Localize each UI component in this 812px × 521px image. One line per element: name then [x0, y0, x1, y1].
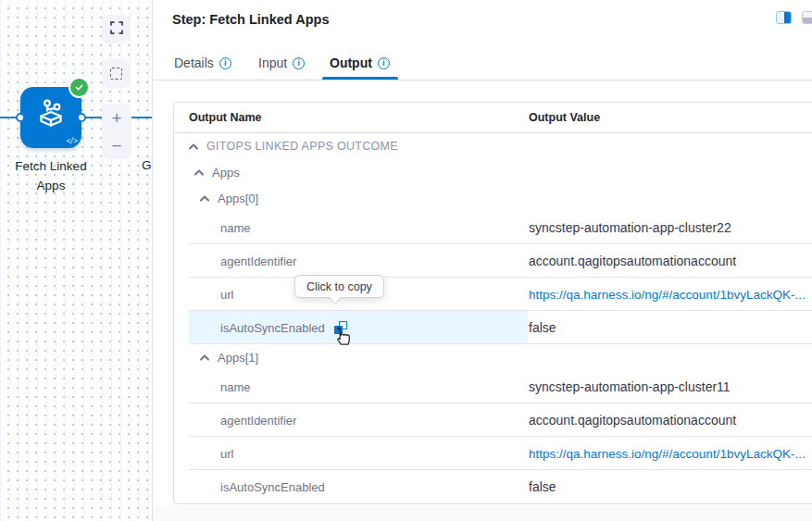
tree-group-apps[interactable]: Apps: [174, 159, 812, 185]
tab-details[interactable]: Details i: [174, 56, 231, 70]
pipeline-canvas[interactable]: </> Fetch Linked Apps G + −: [0, 0, 152, 521]
table-row[interactable]: agentIdentifier account.qagitopsautomati…: [174, 244, 812, 278]
group-label: Apps[1]: [218, 351, 258, 365]
table-row[interactable]: url https://qa.harness.io/ng/#/account/1…: [174, 278, 812, 311]
info-icon[interactable]: i: [293, 57, 305, 69]
zoom-in-button[interactable]: +: [102, 104, 131, 131]
tree-group-gitops-outcome[interactable]: GITOPS LINKED APPS OUTCOME: [174, 133, 812, 159]
tab-output[interactable]: Output i: [330, 56, 390, 70]
tree-group-apps-1[interactable]: Apps[1]: [174, 344, 812, 370]
marquee-select-icon: [110, 68, 122, 80]
page-title: Step: Fetch Linked Apps: [172, 12, 329, 27]
panel-footer-area: [153, 505, 812, 521]
info-icon[interactable]: i: [378, 57, 390, 69]
output-name: url: [220, 288, 233, 302]
zoom-controls: + −: [102, 104, 131, 159]
gitops-step-icon: [32, 97, 69, 138]
output-value: syncstep-automation-app-cluster11: [529, 379, 731, 394]
node-port-left: [16, 113, 25, 122]
pointer-hand-cursor-icon: [331, 325, 351, 352]
table-row[interactable]: name syncstep-automation-app-cluster11: [174, 370, 812, 403]
output-value: syncstep-automation-app-cluster22: [529, 220, 731, 235]
info-icon[interactable]: i: [219, 57, 231, 69]
panel-divider: [152, 0, 153, 521]
code-glyph-icon: </>: [67, 137, 77, 145]
success-check-icon: [70, 79, 88, 96]
table-row[interactable]: url https://qa.harness.io/ng/#/account/1…: [174, 437, 812, 470]
app-window: </> Fetch Linked Apps G + −: [0, 0, 812, 521]
column-header-output-name: Output Name: [189, 111, 261, 124]
group-label: Apps: [212, 166, 240, 180]
table-row-hovered[interactable]: isAutoSyncEnabled false: [174, 311, 812, 344]
output-name: name: [220, 380, 251, 394]
output-name: agentIdentifier: [220, 414, 296, 428]
panel-collapse-icon[interactable]: [802, 11, 812, 24]
panel-layout-toggle-icon[interactable]: [776, 11, 792, 24]
output-value: account.qagitopsautomationaccount: [529, 254, 736, 268]
output-name: isAutoSyncEnabled: [220, 480, 325, 494]
chevron-up-icon[interactable]: [189, 143, 198, 150]
next-node-label-partial: G: [142, 158, 152, 172]
tree-group-apps-0[interactable]: Apps[0]: [174, 185, 812, 211]
marquee-select-button[interactable]: [102, 59, 131, 88]
chevron-up-icon[interactable]: [200, 354, 209, 361]
output-value: false: [529, 320, 556, 335]
output-table-card: Output Name Output Value GITOPS LINKED A…: [173, 102, 812, 504]
node-port-right: [77, 113, 86, 122]
table-header-row: Output Name Output Value: [174, 103, 812, 133]
tabbar-divider: [153, 80, 812, 81]
table-row[interactable]: agentIdentifier account.qagitopsautomati…: [174, 403, 812, 437]
output-value: false: [529, 479, 556, 494]
group-label: Apps[0]: [218, 192, 258, 205]
group-label: GITOPS LINKED APPS OUTCOME: [206, 140, 398, 153]
copy-tooltip: Click to copy: [294, 275, 384, 298]
output-value-link[interactable]: https://qa.harness.io/ng/#/account/1bvyL…: [529, 447, 806, 461]
output-name: name: [220, 221, 251, 235]
node-label: Fetch Linked Apps: [0, 156, 102, 195]
table-row[interactable]: isAutoSyncEnabled false: [174, 470, 812, 503]
output-name: agentIdentifier: [220, 254, 296, 268]
output-value: account.qagitopsautomationaccount: [529, 413, 736, 428]
fullscreen-button[interactable]: [102, 15, 131, 43]
chevron-up-icon[interactable]: [194, 169, 204, 176]
tab-input[interactable]: Input i: [258, 56, 305, 70]
output-name: isAutoSyncEnabled: [220, 321, 325, 335]
zoom-out-button[interactable]: −: [102, 131, 131, 159]
table-row[interactable]: name syncstep-automation-app-cluster22: [174, 211, 812, 244]
output-name: url: [220, 447, 233, 461]
step-node-fetch-linked-apps[interactable]: </>: [20, 87, 81, 148]
chevron-up-icon[interactable]: [200, 195, 209, 202]
fullscreen-icon: [110, 21, 123, 38]
output-value-link[interactable]: https://qa.harness.io/ng/#/account/1bvyL…: [529, 288, 806, 302]
column-header-output-value: Output Value: [529, 111, 600, 124]
